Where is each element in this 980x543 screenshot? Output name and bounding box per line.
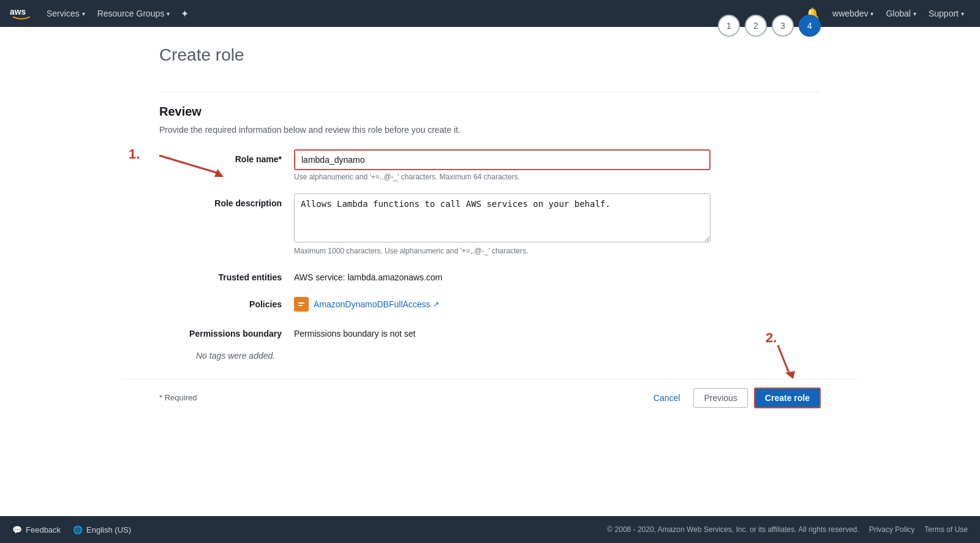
policy-icon	[294, 297, 309, 312]
trusted-entities-label: Trusted entities	[159, 268, 294, 282]
step-1-label: 1	[726, 21, 731, 31]
footer-left: 💬 Feedback 🌐 English (US)	[12, 525, 131, 534]
language-selector[interactable]: 🌐 English (US)	[73, 525, 131, 534]
top-navigation: aws Services ▾ Resource Groups ▾ ✦ 🔔 wwe…	[0, 0, 980, 27]
permissions-boundary-row: Permissions boundary Permissions boundar…	[159, 324, 821, 339]
step-4-circle[interactable]: 4	[799, 15, 821, 37]
bottom-action-wrapper: 2. * Required Cancel Previous Create rol…	[0, 379, 980, 416]
copyright-text: © 2008 - 2020, Amazon Web Services, Inc.…	[607, 525, 859, 534]
section-subtitle: Provide the required information below a…	[159, 125, 821, 135]
user-chevron-icon: ▾	[870, 10, 873, 17]
nav-right-section: 🔔 wwebdev ▾ Global ▾ Support ▾	[798, 0, 970, 27]
bottom-action-bar: * Required Cancel Previous Create role	[123, 379, 858, 416]
services-label: Services	[47, 9, 80, 18]
svg-rect-5	[298, 302, 304, 304]
globe-icon: 🌐	[73, 525, 83, 534]
user-menu[interactable]: wwebdev ▾	[826, 0, 880, 27]
policy-name: AmazonDynamoDBFullAccess	[314, 299, 431, 309]
role-name-label: Role name*	[159, 149, 294, 164]
role-desc-textarea[interactable]: Allows Lambda functions to call AWS serv…	[294, 193, 710, 242]
svg-text:1.: 1.	[129, 146, 140, 162]
step-1-circle[interactable]: 1	[718, 15, 740, 37]
role-desc-hint: Maximum 1000 characters. Use alphanumeri…	[294, 247, 710, 255]
page-container: Create role 1 2 3 4 Review Provide the r…	[0, 27, 980, 543]
step-indicators: 1 2 3 4	[718, 15, 821, 37]
step-4-label: 4	[807, 21, 812, 31]
region-label: Global	[886, 9, 910, 18]
step-3-label: 3	[780, 21, 785, 31]
terms-of-use-link[interactable]: Terms of Use	[924, 525, 968, 534]
speech-bubble-icon: 💬	[12, 525, 22, 534]
aws-logo[interactable]: aws	[10, 6, 33, 21]
footer: 💬 Feedback 🌐 English (US) © 2008 - 2020,…	[0, 516, 980, 543]
section-divider	[159, 92, 821, 92]
language-label: English (US)	[86, 525, 131, 534]
resource-groups-label: Resource Groups	[97, 9, 165, 18]
step-2-circle[interactable]: 2	[745, 15, 767, 37]
role-name-row: Role name* Use alphanumeric and '+=,.@-_…	[159, 149, 821, 181]
external-link-icon: ↗	[433, 300, 439, 309]
support-label: Support	[929, 9, 959, 18]
step-2-label: 2	[753, 21, 758, 31]
svg-marker-9	[785, 371, 795, 379]
footer-right: © 2008 - 2020, Amazon Web Services, Inc.…	[607, 525, 968, 534]
services-nav[interactable]: Services ▾	[40, 0, 91, 27]
trusted-entities-row: Trusted entities AWS service: lambda.ama…	[159, 268, 821, 282]
role-name-field-wrap: Use alphanumeric and '+=,.@-_' character…	[294, 149, 710, 181]
svg-rect-4	[297, 300, 306, 309]
header-row: Create role 1 2 3 4	[159, 45, 821, 80]
policies-value-wrap: AmazonDynamoDBFullAccess ↗	[294, 294, 710, 312]
support-menu[interactable]: Support ▾	[922, 0, 970, 27]
cancel-button[interactable]: Cancel	[646, 389, 688, 407]
create-role-button[interactable]: Create role	[754, 388, 821, 408]
policies-row: Policies AmazonDynamoDBFullAccess ↗	[159, 294, 821, 312]
content-area: Create role 1 2 3 4 Review Provide the r…	[123, 27, 858, 361]
region-chevron-icon: ▾	[913, 10, 916, 17]
annotation-1-area: 1. Role name* Use alphanumeric and '+=,.…	[159, 149, 821, 181]
policy-link[interactable]: AmazonDynamoDBFullAccess ↗	[314, 299, 439, 309]
services-chevron-icon: ▾	[82, 10, 85, 17]
favorites-icon[interactable]: ✦	[176, 8, 194, 20]
support-chevron-icon: ▾	[961, 10, 964, 17]
role-description-row: Role description Allows Lambda functions…	[159, 193, 821, 255]
previous-button[interactable]: Previous	[693, 388, 747, 408]
trusted-entities-value-wrap: AWS service: lambda.amazonaws.com	[294, 268, 710, 282]
region-menu[interactable]: Global ▾	[880, 0, 922, 27]
required-note: * Required	[159, 393, 197, 402]
step-3-circle[interactable]: 3	[772, 15, 794, 37]
role-desc-field-wrap: Allows Lambda functions to call AWS serv…	[294, 193, 710, 255]
permissions-boundary-label: Permissions boundary	[159, 324, 294, 339]
privacy-policy-link[interactable]: Privacy Policy	[869, 525, 915, 534]
username-label: wwebdev	[832, 9, 868, 18]
resource-groups-nav[interactable]: Resource Groups ▾	[91, 0, 176, 27]
role-name-hint: Use alphanumeric and '+=,.@-_' character…	[294, 173, 710, 181]
bottom-actions: Cancel Previous Create role	[646, 388, 821, 408]
resource-groups-chevron-icon: ▾	[167, 10, 170, 17]
svg-text:aws: aws	[10, 7, 26, 17]
role-desc-label: Role description	[159, 193, 294, 208]
policies-label: Policies	[159, 294, 294, 309]
policies-list: AmazonDynamoDBFullAccess ↗	[294, 294, 710, 312]
role-name-input[interactable]	[294, 149, 710, 170]
feedback-label: Feedback	[26, 525, 61, 534]
section-title: Review	[159, 105, 821, 119]
feedback-button[interactable]: 💬 Feedback	[12, 525, 61, 534]
page-title: Create role	[159, 45, 244, 65]
permissions-boundary-value: Permissions boundary is not set	[294, 324, 710, 339]
no-tags-text: No tags were added.	[196, 351, 821, 361]
trusted-entities-value: AWS service: lambda.amazonaws.com	[294, 268, 710, 282]
svg-rect-6	[298, 305, 303, 306]
permissions-boundary-value-wrap: Permissions boundary is not set	[294, 324, 710, 339]
